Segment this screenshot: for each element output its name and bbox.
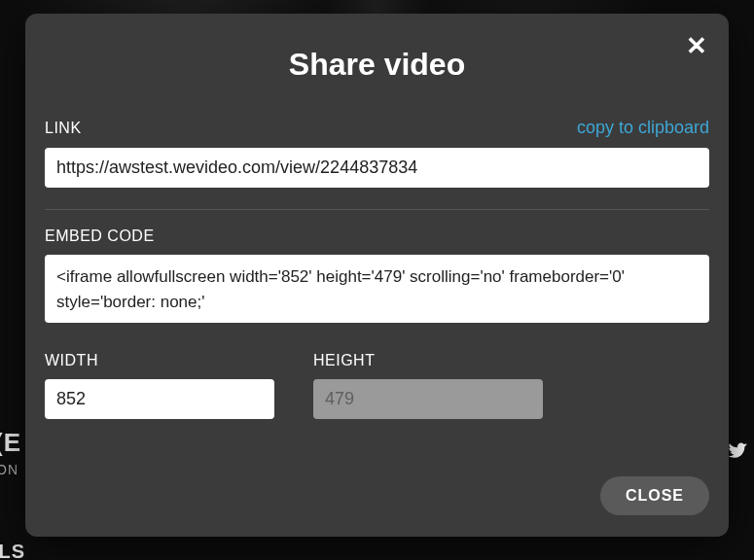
- background-clipped-text-3: ILS: [0, 541, 25, 560]
- embed-code-label: EMBED CODE: [45, 228, 155, 245]
- copy-to-clipboard-link[interactable]: copy to clipboard: [577, 118, 709, 138]
- height-label: HEIGHT: [313, 352, 543, 369]
- modal-title: Share video: [45, 47, 709, 83]
- close-button[interactable]: CLOSE: [600, 476, 709, 515]
- divider: [45, 209, 709, 210]
- share-link-input[interactable]: [45, 148, 709, 188]
- close-icon[interactable]: ✕: [686, 33, 707, 58]
- share-video-modal: ✕ Share video LINK copy to clipboard EMB…: [25, 14, 729, 537]
- background-clipped-text-1: (E: [0, 428, 21, 458]
- link-label: LINK: [45, 120, 82, 137]
- width-label: WIDTH: [45, 352, 274, 369]
- background-clipped-text-2: ON: [0, 462, 18, 477]
- height-input: [313, 379, 543, 419]
- share-social-icon[interactable]: [729, 439, 748, 465]
- embed-code-textarea[interactable]: [45, 255, 709, 323]
- width-input[interactable]: [45, 379, 274, 419]
